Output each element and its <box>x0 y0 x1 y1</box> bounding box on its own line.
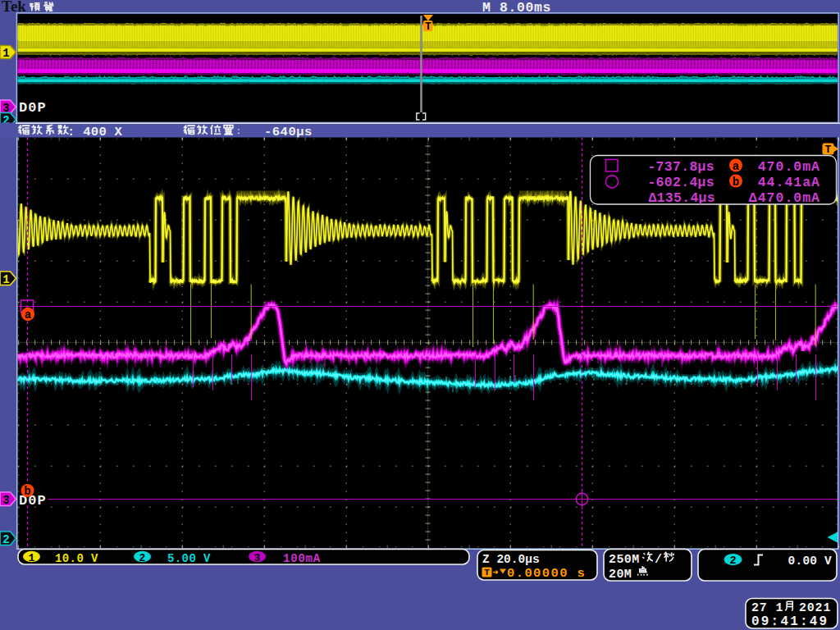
svg-text:3: 3 <box>254 552 261 564</box>
svg-text:a: a <box>25 308 32 322</box>
svg-text:Δ470.0mA: Δ470.0mA <box>749 190 820 206</box>
svg-text:Z 20.0µs: Z 20.0µs <box>482 553 540 566</box>
svg-text:T: T <box>425 21 431 33</box>
svg-text:/: / <box>655 553 662 567</box>
svg-text:0.00000 s: 0.00000 s <box>507 566 586 581</box>
svg-text:44.41aA: 44.41aA <box>758 175 820 190</box>
svg-text:1: 1 <box>29 552 35 564</box>
svg-text:250M: 250M <box>609 553 640 567</box>
svg-text:27 1: 27 1 <box>751 601 783 615</box>
svg-text:-640µs: -640µs <box>264 125 313 139</box>
svg-text:a: a <box>733 160 740 173</box>
svg-text:0.00 V: 0.00 V <box>788 555 833 568</box>
svg-text:1: 1 <box>2 273 9 286</box>
svg-text:-602.4µs: -602.4µs <box>647 175 714 190</box>
svg-text:D0P: D0P <box>19 100 47 116</box>
svg-text:Δ135.4µs: Δ135.4µs <box>648 190 715 206</box>
svg-text:2021: 2021 <box>799 601 831 615</box>
svg-text:20M: 20M <box>609 568 632 582</box>
svg-text:10.0 V: 10.0 V <box>55 552 98 565</box>
svg-text:b: b <box>733 176 739 189</box>
svg-text:1: 1 <box>2 47 9 60</box>
svg-text:2: 2 <box>2 533 9 546</box>
svg-text:5.00 V: 5.00 V <box>167 552 211 565</box>
svg-text:T: T <box>825 144 832 156</box>
svg-text:470.0mA: 470.0mA <box>758 159 820 175</box>
svg-text:: 400 X: : 400 X <box>67 125 123 139</box>
svg-text:2: 2 <box>729 555 736 567</box>
svg-text:b: b <box>24 485 30 498</box>
svg-text:T: T <box>484 568 490 578</box>
svg-text:2: 2 <box>139 552 146 564</box>
svg-text:3: 3 <box>2 494 9 507</box>
svg-text:-737.8µs: -737.8µs <box>647 159 714 175</box>
svg-text:09:41:49: 09:41:49 <box>751 614 829 629</box>
svg-text:100mA: 100mA <box>283 552 321 565</box>
